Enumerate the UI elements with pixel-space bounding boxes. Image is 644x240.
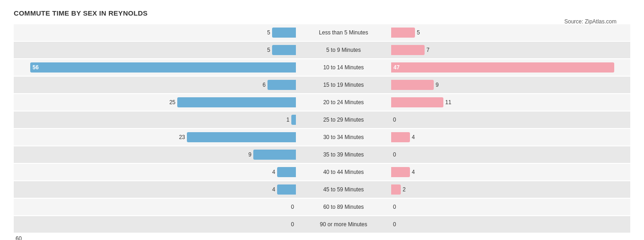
bar-female-section: 4 xyxy=(389,132,644,142)
table-row: 55 to 9 Minutes7 xyxy=(14,42,630,58)
bar-label: 90 or more Minutes xyxy=(298,221,389,228)
bar-female-value: 47 xyxy=(391,64,402,71)
table-row: 615 to 19 Minutes9 xyxy=(14,77,630,93)
bar-male-value: 23 xyxy=(172,134,185,140)
bar-female-section: 0 xyxy=(389,150,644,160)
bar-male-section: 4 xyxy=(14,184,298,195)
table-row: 060 to 89 Minutes0 xyxy=(14,199,630,215)
bar-male-section: 9 xyxy=(14,150,298,160)
bar-male-value: 5 xyxy=(257,47,270,53)
bar-female-value: 0 xyxy=(393,117,406,123)
bar-label: 20 to 24 Minutes xyxy=(298,99,389,106)
bar-male-section: 25 xyxy=(14,97,298,107)
bar-label: 35 to 39 Minutes xyxy=(298,151,389,158)
bar-male-value: 25 xyxy=(163,99,175,106)
bar-male-value: 6 xyxy=(253,82,266,88)
axis-row: 60 60 xyxy=(14,235,630,240)
bar-female-value: 11 xyxy=(445,99,458,106)
bar-male-section: 0 xyxy=(14,219,298,229)
bar-male-section: 6 xyxy=(14,80,298,90)
bar-label: 15 to 19 Minutes xyxy=(298,82,389,88)
table-row: 5610 to 14 Minutes47 xyxy=(14,59,630,76)
table-row: 5Less than 5 Minutes5 xyxy=(14,24,630,41)
bar-male-section: 0 xyxy=(14,202,298,212)
bar-male-value: 9 xyxy=(239,151,251,158)
bar-male-section: 5 xyxy=(14,28,298,38)
bar-male-value: 4 xyxy=(262,186,275,193)
bar-female-section: 47 xyxy=(389,62,644,73)
table-row: 445 to 59 Minutes2 xyxy=(14,181,630,198)
bar-female-section: 2 xyxy=(389,184,644,195)
bar-label: 40 to 44 Minutes xyxy=(298,169,389,175)
bar-male-value: 0 xyxy=(281,204,294,210)
bar-female-value: 7 xyxy=(426,47,439,53)
bar-female-section: 4 xyxy=(389,167,644,177)
table-row: 2330 to 34 Minutes4 xyxy=(14,129,630,145)
bar-label: 30 to 34 Minutes xyxy=(298,134,389,140)
bar-female-section: 0 xyxy=(389,202,644,212)
table-row: 2520 to 24 Minutes11 xyxy=(14,94,630,111)
bar-male-value: 4 xyxy=(262,169,275,175)
bar-label: Less than 5 Minutes xyxy=(298,29,389,36)
bar-female-value: 0 xyxy=(393,204,406,210)
bar-male-value: 0 xyxy=(281,221,294,228)
table-row: 935 to 39 Minutes0 xyxy=(14,146,630,163)
bar-male-value: 56 xyxy=(30,64,41,71)
bar-female-section: 7 xyxy=(389,45,644,55)
bar-female-section: 0 xyxy=(389,115,644,125)
table-row: 440 to 44 Minutes4 xyxy=(14,164,630,180)
bar-label: 45 to 59 Minutes xyxy=(298,186,389,193)
bar-male-section: 1 xyxy=(14,115,298,125)
bar-label: 10 to 14 Minutes xyxy=(298,64,389,71)
table-row: 125 to 29 Minutes0 xyxy=(14,112,630,128)
bar-male-section: 56 xyxy=(14,62,298,73)
bar-label: 25 to 29 Minutes xyxy=(298,117,389,123)
axis-left-label: 60 xyxy=(16,235,22,240)
bar-label: 60 to 89 Minutes xyxy=(298,204,389,210)
chart-area: 5Less than 5 Minutes555 to 9 Minutes7561… xyxy=(14,24,630,233)
bar-female-value: 2 xyxy=(403,186,415,193)
bar-male-value: 1 xyxy=(277,117,289,123)
bar-male-value: 5 xyxy=(257,29,270,36)
bar-female-section: 5 xyxy=(389,28,644,38)
bar-female-section: 11 xyxy=(389,97,644,107)
bar-female-value: 0 xyxy=(393,151,406,158)
bar-label: 5 to 9 Minutes xyxy=(298,47,389,53)
chart-title: COMMUTE TIME BY SEX IN REYNOLDS xyxy=(14,9,630,17)
source-credit: Source: ZipAtlas.com xyxy=(564,18,617,25)
bar-female-value: 4 xyxy=(412,134,425,140)
bar-female-section: 9 xyxy=(389,80,644,90)
bar-male-section: 4 xyxy=(14,167,298,177)
bar-male-section: 23 xyxy=(14,132,298,142)
bar-female-value: 0 xyxy=(393,221,406,228)
bar-female-value: 4 xyxy=(412,169,425,175)
bar-female-value: 5 xyxy=(417,29,430,36)
bar-male-section: 5 xyxy=(14,45,298,55)
bar-female-value: 9 xyxy=(436,82,448,88)
table-row: 090 or more Minutes0 xyxy=(14,216,630,233)
bar-female-section: 0 xyxy=(389,219,644,229)
